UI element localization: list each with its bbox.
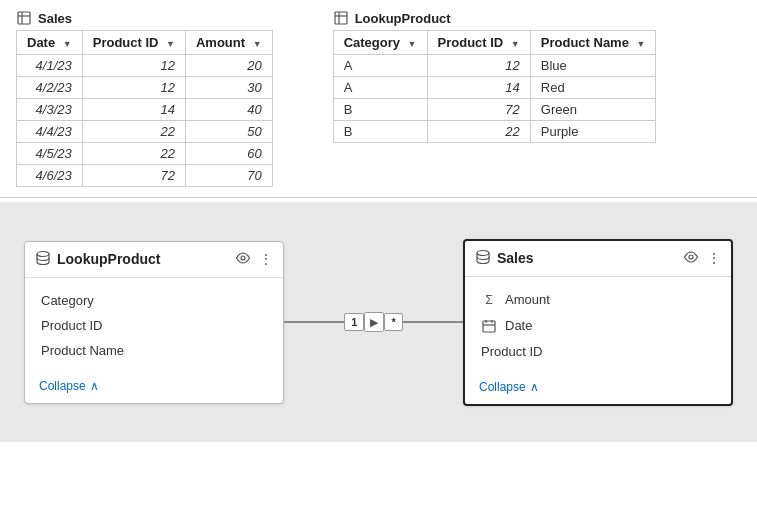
sales-date-cell: 4/1/23 xyxy=(17,55,83,77)
sales-eye-icon[interactable] xyxy=(683,250,699,266)
sales-field-amount-label: Amount xyxy=(505,292,550,307)
connector-badge-1: 1 xyxy=(344,313,364,331)
lookup-diagram-card: LookupProduct ⋮ Category Product ID xyxy=(24,241,284,404)
connector-line-right xyxy=(403,321,463,323)
sales-card-title: Sales xyxy=(497,250,534,266)
lookup-category-cell: A xyxy=(333,55,427,77)
lookup-more-icon[interactable]: ⋮ xyxy=(259,251,273,267)
sales-product-id-cell: 12 xyxy=(82,77,185,99)
lookup-name-cell: Blue xyxy=(530,55,656,77)
lookup-table-icon xyxy=(333,10,349,26)
sales-col-product-id[interactable]: Product ID ▼ xyxy=(82,31,185,55)
connector-badge-star: * xyxy=(384,313,402,331)
lookup-card-header: LookupProduct ⋮ xyxy=(25,242,283,278)
sales-collapse-icon: ∧ xyxy=(530,380,539,394)
lookup-category-cell: B xyxy=(333,99,427,121)
sales-card-actions: ⋮ xyxy=(683,250,721,266)
lookup-name-cell: Purple xyxy=(530,121,656,143)
sales-table-icon xyxy=(16,10,32,26)
table-row: A 12 Blue xyxy=(333,55,656,77)
sales-amount-cell: 40 xyxy=(185,99,272,121)
lookup-name-cell: Red xyxy=(530,77,656,99)
sigma-icon: Σ xyxy=(481,292,497,308)
sales-amount-cell: 30 xyxy=(185,77,272,99)
section-divider xyxy=(0,197,757,198)
table-row: B 72 Green xyxy=(333,99,656,121)
lookup-card-title-group: LookupProduct xyxy=(35,250,160,269)
connector: 1 ▶ * xyxy=(284,302,463,342)
lookup-col-product-name[interactable]: Product Name ▼ xyxy=(530,31,656,55)
calendar-icon xyxy=(481,318,497,334)
sales-date-cell: 4/3/23 xyxy=(17,99,83,121)
lookup-collapse-label: Collapse xyxy=(39,379,86,393)
lookup-field-product-name-label: Product Name xyxy=(41,343,124,358)
table-row: B 22 Purple xyxy=(333,121,656,143)
lookup-field-product-name: Product Name xyxy=(39,338,269,363)
table-row: 4/4/23 22 50 xyxy=(17,121,273,143)
sales-amount-cell: 60 xyxy=(185,143,272,165)
lookup-card-db-icon xyxy=(35,250,51,269)
lookup-card-body: Category Product ID Product Name xyxy=(25,278,283,373)
sales-product-id-cell: 14 xyxy=(82,99,185,121)
lookup-collapse-button[interactable]: Collapse ∧ xyxy=(25,373,283,403)
lookup-table-title: LookupProduct xyxy=(333,10,657,26)
connector-line-left xyxy=(284,321,344,323)
sales-amount-cell: 20 xyxy=(185,55,272,77)
table-row: 4/5/23 22 60 xyxy=(17,143,273,165)
lookup-card-actions: ⋮ xyxy=(235,251,273,267)
lookup-name-cell: Green xyxy=(530,99,656,121)
table-row: 4/2/23 12 30 xyxy=(17,77,273,99)
sales-col-amount[interactable]: Amount ▼ xyxy=(185,31,272,55)
lookup-table-container: LookupProduct Category ▼ Product ID ▼ Pr… xyxy=(333,10,657,187)
sales-collapse-button[interactable]: Collapse ∧ xyxy=(465,374,731,404)
lookup-field-category: Category xyxy=(39,288,269,313)
lookup-title-text: LookupProduct xyxy=(355,11,451,26)
sales-product-id-cell: 72 xyxy=(82,165,185,187)
svg-rect-0 xyxy=(18,12,30,24)
sales-field-amount: Σ Amount xyxy=(479,287,717,313)
lookup-col-category[interactable]: Category ▼ xyxy=(333,31,427,55)
top-section: Sales Date ▼ Product ID ▼ Amount ▼ 4/1/2… xyxy=(0,0,757,197)
sales-date-cell: 4/4/23 xyxy=(17,121,83,143)
lookup-product-id-cell: 14 xyxy=(427,77,530,99)
lookup-table: Category ▼ Product ID ▼ Product Name ▼ A… xyxy=(333,30,657,143)
sales-card-body: Σ Amount Date Product ID xyxy=(465,277,731,374)
sales-amount-cell: 50 xyxy=(185,121,272,143)
sales-product-id-cell: 22 xyxy=(82,121,185,143)
sales-card-db-icon xyxy=(475,249,491,268)
sales-field-date: Date xyxy=(479,313,717,339)
sales-date-cell: 4/2/23 xyxy=(17,77,83,99)
lookup-category-cell: A xyxy=(333,77,427,99)
svg-point-8 xyxy=(477,250,489,255)
lookup-field-category-label: Category xyxy=(41,293,94,308)
lookup-category-cell: B xyxy=(333,121,427,143)
sales-amount-cell: 70 xyxy=(185,165,272,187)
sales-card-header: Sales ⋮ xyxy=(465,241,731,277)
lookup-field-product-id: Product ID xyxy=(39,313,269,338)
sales-table: Date ▼ Product ID ▼ Amount ▼ 4/1/23 12 2… xyxy=(16,30,273,187)
lookup-eye-icon[interactable] xyxy=(235,251,251,267)
sales-table-container: Sales Date ▼ Product ID ▼ Amount ▼ 4/1/2… xyxy=(16,10,273,187)
table-row: 4/1/23 12 20 xyxy=(17,55,273,77)
sales-more-icon[interactable]: ⋮ xyxy=(707,250,721,266)
lookup-product-id-cell: 72 xyxy=(427,99,530,121)
sales-product-id-cell: 12 xyxy=(82,55,185,77)
sales-field-product-id: Product ID xyxy=(479,339,717,364)
sales-field-date-label: Date xyxy=(505,318,532,333)
lookup-col-product-id[interactable]: Product ID ▼ xyxy=(427,31,530,55)
table-row: 4/3/23 14 40 xyxy=(17,99,273,121)
lookup-field-product-id-label: Product ID xyxy=(41,318,102,333)
sales-field-product-id-label: Product ID xyxy=(481,344,542,359)
svg-point-9 xyxy=(689,255,693,259)
sales-col-date[interactable]: Date ▼ xyxy=(17,31,83,55)
svg-rect-10 xyxy=(483,321,495,332)
lookup-product-id-cell: 12 xyxy=(427,55,530,77)
sales-date-cell: 4/5/23 xyxy=(17,143,83,165)
sales-table-title: Sales xyxy=(16,10,273,26)
diagram-section: LookupProduct ⋮ Category Product ID xyxy=(0,202,757,442)
lookup-card-title: LookupProduct xyxy=(57,251,160,267)
connector-arrow: ▶ xyxy=(364,312,384,332)
lookup-product-id-cell: 22 xyxy=(427,121,530,143)
svg-point-7 xyxy=(241,256,245,260)
sales-card-title-group: Sales xyxy=(475,249,534,268)
